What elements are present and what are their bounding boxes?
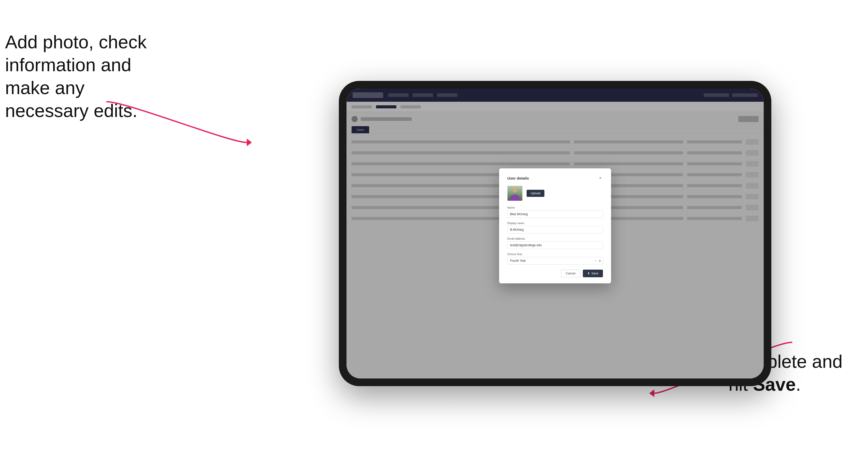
tablet-device: Users: [339, 81, 771, 386]
photo-section: Upload: [507, 186, 603, 201]
select-arrows-icon: [599, 259, 601, 262]
app-background: Users: [346, 89, 764, 378]
display-name-input[interactable]: [507, 226, 603, 234]
school-year-select-wrapper: ×: [507, 257, 603, 264]
dialog-footer: Cancel ⬆ Save: [507, 270, 603, 277]
save-button-label: Save: [591, 272, 598, 275]
dialog-header: User details ×: [507, 176, 603, 181]
profile-photo-thumbnail: [507, 186, 523, 201]
save-icon: ⬆: [587, 272, 590, 275]
tablet-screen: Users: [346, 89, 764, 378]
user-details-dialog: User details × Upload Name: [499, 168, 611, 283]
display-name-label: Display name: [507, 222, 603, 225]
select-clear-icon[interactable]: ×: [594, 259, 596, 262]
name-label: Name: [507, 206, 603, 209]
school-year-label: School Year: [507, 253, 603, 256]
email-field-group: Email address: [507, 237, 603, 249]
chevron-up-icon: [599, 259, 601, 261]
email-input[interactable]: [507, 241, 603, 249]
dialog-close-button[interactable]: ×: [598, 176, 603, 181]
cancel-button[interactable]: Cancel: [561, 270, 580, 277]
name-field-group: Name: [507, 206, 603, 218]
left-arrow: [102, 97, 254, 153]
display-name-field-group: Display name: [507, 222, 603, 234]
profile-photo-image: [507, 186, 522, 201]
chevron-down-icon: [599, 261, 601, 262]
school-year-input[interactable]: [507, 257, 603, 264]
name-input[interactable]: [507, 210, 603, 218]
upload-photo-button[interactable]: Upload: [527, 190, 545, 197]
save-button[interactable]: ⬆ Save: [583, 270, 603, 277]
dialog-title: User details: [507, 176, 529, 180]
school-year-field-group: School Year ×: [507, 253, 603, 264]
email-label: Email address: [507, 237, 603, 240]
modal-overlay: User details × Upload Name: [346, 89, 764, 378]
svg-marker-1: [649, 390, 654, 397]
svg-marker-0: [247, 138, 252, 146]
